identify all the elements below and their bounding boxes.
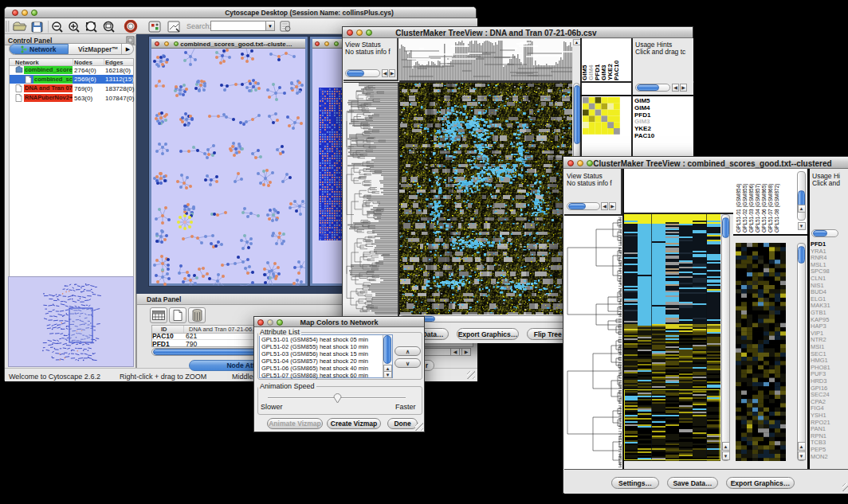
svg-text:PAC10: PAC10	[613, 60, 620, 80]
svg-text:GPL51-08 (GSM872): GPL51-08 (GSM872)	[774, 184, 780, 232]
svg-text:GPL51-02 (GSM855): GPL51-02 (GSM855)	[742, 184, 748, 232]
svg-text:GPL51-01 (GSM854): GPL51-01 (GSM854)	[736, 184, 742, 232]
svg-text:GPL51-03 (GSM856): GPL51-03 (GSM856)	[748, 184, 755, 232]
svg-text:GPL51-06 (GSM865): GPL51-06 (GSM865)	[761, 184, 768, 232]
svg-text:GPL51-04 (GSM857): GPL51-04 (GSM857)	[755, 184, 761, 232]
svg-text:GPL51-07 (GSM868): GPL51-07 (GSM868)	[768, 184, 774, 232]
